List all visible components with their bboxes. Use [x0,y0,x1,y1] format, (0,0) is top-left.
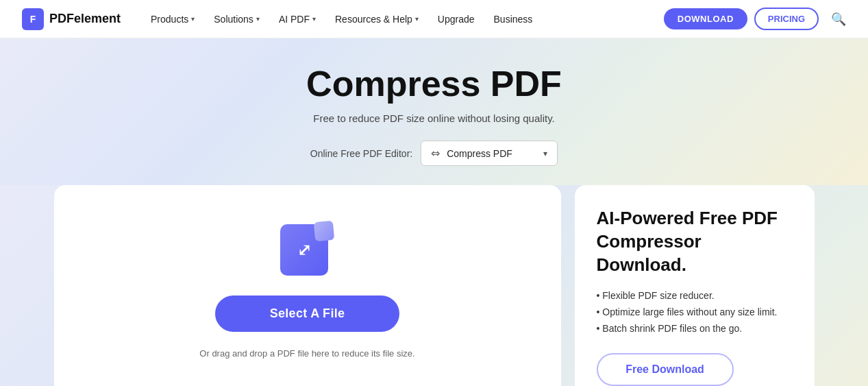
nav-label-business: Business [494,14,533,25]
search-icon[interactable]: 🔍 [831,12,846,27]
hero-section: Compress PDF Free to reduce PDF size onl… [0,38,868,185]
nav-item-solutions[interactable]: Solutions ▾ [206,10,268,29]
editor-selector: Online Free PDF Editor: ⇔ Compress PDF ▾ [310,141,558,166]
nav-links: Products ▾ Solutions ▾ AI PDF ▾ Resource… [142,10,664,29]
logo-icon: F [22,8,44,30]
compress-icon: ⇔ [431,147,440,160]
pricing-button[interactable]: PRICING [754,8,819,30]
pdf-icon-area: ⤢ [280,224,335,279]
bullet-2: • Optimize large files without any size … [597,306,793,317]
promo-panel: AI-Powered Free PDF Compressor Download.… [575,185,815,386]
logo-text: PDFelement [49,12,121,26]
bullet-1: • Flexible PDF size reducer. [597,290,793,301]
dropdown-chevron-icon: ▾ [543,149,547,158]
tool-selector-dropdown[interactable]: ⇔ Compress PDF ▾ [421,141,558,166]
upload-panel: ⤢ Select A File Or drag and drop a PDF f… [54,185,561,386]
nav-label-products: Products [151,14,188,25]
nav-label-upgrade: Upgrade [438,14,475,25]
chevron-icon-ai-pdf: ▾ [312,15,316,23]
chevron-icon-solutions: ▾ [256,15,260,23]
free-download-button[interactable]: Free Download [597,353,734,386]
selector-text: Compress PDF [447,148,536,159]
chevron-icon-products: ▾ [191,15,195,23]
chevron-icon-resources: ▾ [415,15,419,23]
navbar: F PDFelement Products ▾ Solutions ▾ AI P… [0,0,868,38]
nav-item-products[interactable]: Products ▾ [142,10,203,29]
page-title: Compress PDF [306,63,562,104]
select-file-button[interactable]: Select A File [215,295,400,332]
promo-title: AI-Powered Free PDF Compressor Download. [597,207,793,276]
promo-bullets: • Flexible PDF size reducer. • Optimize … [597,290,793,334]
bullet-3: • Batch shrink PDF files on the go. [597,323,793,334]
nav-label-ai-pdf: AI PDF [279,14,310,25]
nav-item-ai-pdf[interactable]: AI PDF ▾ [271,10,324,29]
logo-area: F PDFelement [22,8,121,30]
editor-label: Online Free PDF Editor: [310,148,412,159]
download-button[interactable]: DOWNLOAD [664,8,747,29]
hero-subtitle: Free to reduce PDF size online without l… [313,112,554,124]
main-content: ⤢ Select A File Or drag and drop a PDF f… [0,185,868,386]
nav-label-resources: Resources & Help [335,14,412,25]
pdf-compress-icon: ⤢ [280,224,328,276]
nav-item-business[interactable]: Business [486,10,541,29]
nav-item-upgrade[interactable]: Upgrade [430,10,483,29]
compress-arrows-icon: ⤢ [297,241,311,260]
drag-drop-text: Or drag and drop a PDF file here to redu… [199,348,414,359]
nav-actions: DOWNLOAD PRICING 🔍 [664,8,846,30]
nav-label-solutions: Solutions [214,14,253,25]
nav-item-resources[interactable]: Resources & Help ▾ [327,10,427,29]
